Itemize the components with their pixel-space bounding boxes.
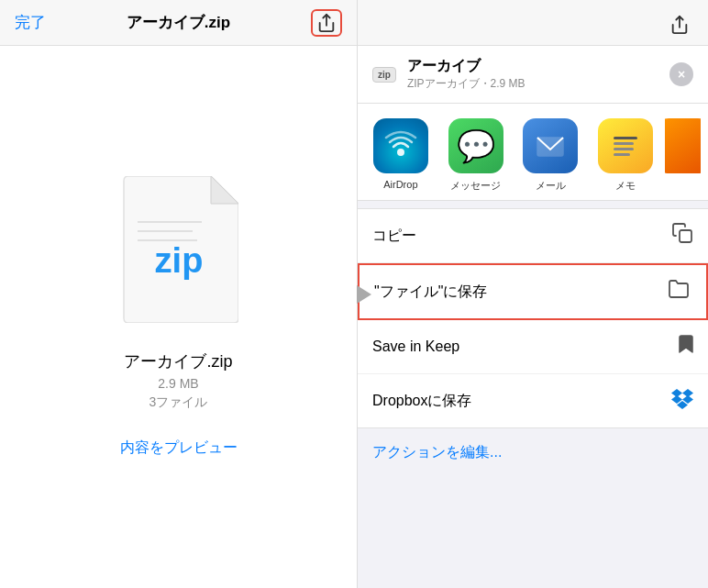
memo-label: メモ	[615, 179, 636, 193]
memo-app-icon	[598, 118, 653, 173]
left-content: zip アーカイブ.zip 2.9 MB 3ファイル 内容をプレビュー	[0, 46, 357, 588]
mail-app-icon	[523, 118, 578, 173]
action-copy[interactable]: コピー	[358, 209, 708, 263]
right-share-icon	[669, 15, 690, 35]
svg-marker-5	[357, 285, 371, 304]
edit-actions-link[interactable]: アクションを編集...	[358, 428, 708, 477]
share-button[interactable]	[316, 13, 337, 33]
action-save-keep[interactable]: Save in Keep	[358, 320, 708, 374]
messages-app-icon: 💬	[448, 118, 503, 173]
done-button[interactable]: 完了	[15, 12, 46, 33]
archive-name: アーカイブ	[407, 57, 658, 76]
save-files-label: "ファイル"に保存	[374, 283, 487, 302]
right-panel: zip アーカイブ ZIPアーカイブ・2.9 MB × AirDrop	[358, 0, 708, 588]
memo-lines	[608, 129, 643, 163]
dropbox-icon	[671, 387, 693, 415]
mail-label: メール	[536, 179, 566, 193]
share-app-partial[interactable]	[665, 118, 701, 193]
partial-app-icon	[665, 118, 701, 173]
memo-line-4	[614, 153, 630, 156]
action-list: コピー "ファイル"に保存 Save in Keep	[358, 208, 708, 428]
memo-line-1	[614, 137, 637, 139]
share-apps-row: AirDrop 💬 メッセージ メール	[358, 104, 708, 201]
left-panel: 完了 アーカイブ.zip zip	[0, 0, 358, 588]
action-save-files[interactable]: "ファイル"に保存	[358, 263, 708, 320]
archive-info: アーカイブ ZIPアーカイブ・2.9 MB	[407, 57, 658, 92]
action-save-dropbox[interactable]: Dropboxに保存	[358, 374, 708, 427]
svg-point-7	[397, 149, 404, 156]
arrow-separator	[355, 285, 373, 304]
arrow-icon	[357, 285, 371, 304]
share-app-airdrop[interactable]: AirDrop	[365, 118, 437, 193]
dropbox-label: Dropboxに保存	[372, 392, 471, 411]
zip-badge: zip	[372, 67, 396, 83]
zip-file-icon: zip	[119, 176, 238, 323]
folder-icon	[668, 278, 691, 305]
right-header	[358, 0, 708, 46]
svg-text:zip: zip	[154, 241, 203, 280]
svg-rect-9	[680, 230, 691, 242]
save-keep-label: Save in Keep	[372, 338, 459, 355]
archive-header: zip アーカイブ ZIPアーカイブ・2.9 MB ×	[358, 46, 708, 104]
airdrop-svg	[383, 128, 418, 163]
copy-label: コピー	[372, 227, 416, 246]
file-size: 2.9 MB	[158, 376, 198, 391]
preview-link[interactable]: 内容をプレビュー	[120, 438, 238, 458]
archive-meta: ZIPアーカイブ・2.9 MB	[407, 76, 658, 92]
memo-line-3	[614, 148, 634, 150]
messages-icon: 💬	[457, 118, 495, 173]
memo-line-2	[614, 142, 634, 145]
left-header: 完了 アーカイブ.zip	[0, 0, 357, 46]
zip-file-svg: zip	[119, 176, 238, 323]
share-button-container	[311, 9, 342, 37]
left-title: アーカイブ.zip	[127, 12, 230, 33]
right-share-area	[669, 15, 693, 35]
messages-label: メッセージ	[450, 179, 501, 193]
dropbox-svg	[671, 387, 693, 409]
file-info: アーカイブ.zip 2.9 MB 3ファイル	[124, 350, 232, 411]
copy-icon	[671, 222, 693, 250]
airdrop-app-icon	[373, 118, 428, 173]
close-button[interactable]: ×	[669, 62, 693, 86]
share-app-messages[interactable]: 💬 メッセージ	[440, 118, 512, 193]
file-count: 3ファイル	[149, 394, 208, 411]
bookmark-icon	[675, 333, 693, 361]
airdrop-label: AirDrop	[383, 179, 417, 190]
mail-svg	[534, 129, 567, 162]
share-app-memo[interactable]: メモ	[590, 118, 661, 193]
file-name: アーカイブ.zip	[124, 350, 232, 372]
share-icon	[316, 13, 337, 33]
share-app-mail[interactable]: メール	[515, 118, 587, 193]
